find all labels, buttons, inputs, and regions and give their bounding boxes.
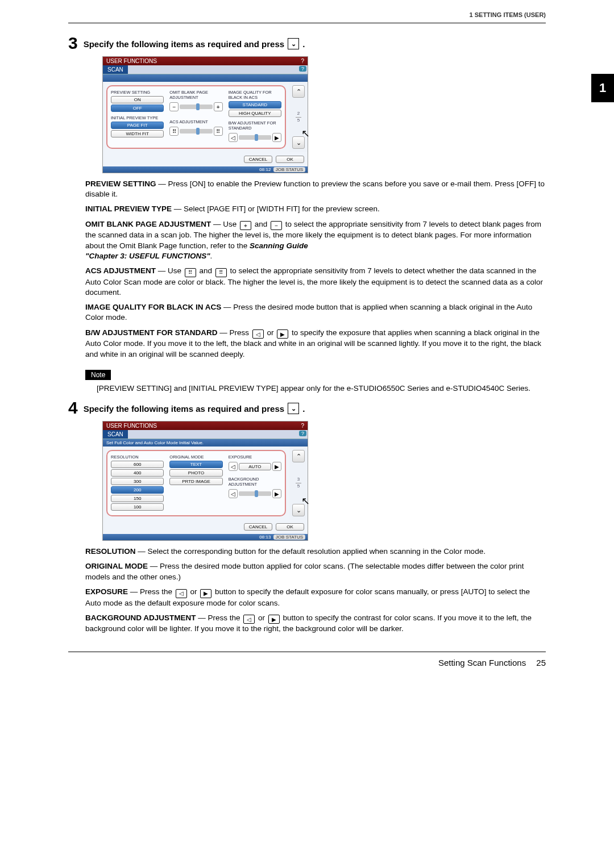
mid: and [197, 266, 214, 275]
jobstatus-button[interactable]: JOB STATUS [273, 535, 305, 540]
desc-background: BACKGROUND ADJUSTMENT — Press the ◁ or ▶… [85, 613, 546, 635]
help-icon[interactable]: ? [299, 431, 306, 436]
button-pagefit[interactable]: PAGE FIT [111, 122, 164, 129]
clock-time: 08:13 [259, 535, 271, 540]
ok-button[interactable]: OK [276, 156, 304, 163]
acs-high-icon[interactable]: ⠿ [214, 127, 223, 136]
button-100[interactable]: 100 [111, 503, 164, 511]
pre: — Press the [128, 587, 175, 596]
pre: — Press the [196, 614, 243, 622]
tab-scan[interactable]: SCAN [103, 430, 128, 439]
text: — Select the corresponding button for th… [136, 547, 486, 556]
step-number: 4 [68, 399, 78, 416]
tab-row: SCAN ? [103, 65, 308, 74]
page-indicator: 2 5 [296, 111, 301, 123]
button-400[interactable]: 400 [111, 469, 164, 477]
slider-bw[interactable] [239, 135, 271, 140]
button-prtdimage[interactable]: PRTD IMAGE [169, 478, 222, 485]
help-icon[interactable]: ? [299, 66, 306, 72]
slider-omit[interactable] [180, 105, 212, 109]
button-widthfit[interactable]: WIDTH FIT [111, 130, 164, 137]
tab-scan[interactable]: SCAN [103, 65, 128, 74]
label: B/W ADJUSTMENT FOR STANDARD [85, 328, 218, 337]
help-icon[interactable]: ? [301, 423, 304, 429]
screenshot-scan-2: USER FUNCTIONS ? SCAN ? Set Full Color a… [102, 421, 308, 541]
label: PREVIEW SETTING [85, 180, 156, 188]
button-300[interactable]: 300 [111, 478, 164, 485]
down-arrow-icon: ⌄ [288, 403, 299, 414]
step-title: Specify the following items as required … [84, 38, 305, 49]
minus-icon[interactable]: − [169, 102, 179, 111]
acs-low-icon[interactable]: ⠿ [169, 127, 179, 136]
text: — Press the desired mode button applied … [85, 562, 524, 581]
label: IMAGE QUALITY FOR BLACK IN ACS [85, 303, 221, 311]
left-arrow-icon: ◁ [176, 589, 187, 598]
left-arrow-icon[interactable]: ◁ [229, 489, 238, 498]
ss-subbar [103, 74, 308, 82]
button-200[interactable]: 200 [111, 486, 164, 494]
left-arrow-icon: ◁ [252, 329, 264, 339]
button-auto[interactable]: AUTO [239, 463, 271, 470]
cursor-icon: ↖ [301, 495, 310, 507]
button-600[interactable]: 600 [111, 461, 164, 468]
step-title-text: Specify the following items as required … [84, 39, 284, 49]
button-off[interactable]: OFF [111, 105, 164, 112]
slider-acs[interactable] [180, 129, 212, 133]
label: INITIAL PREVIEW TYPE [85, 205, 172, 213]
step-number: 3 [68, 35, 78, 52]
label-resolution: RESOLUTION [111, 454, 164, 460]
label-preview: PREVIEW SETTING [111, 90, 164, 95]
desc-acs: ACS ADJUSTMENT — Use ⠿ and ⠿ to select t… [85, 266, 546, 298]
button-highquality[interactable]: HIGH QUALITY [229, 110, 281, 117]
ss-title: USER FUNCTIONS [106, 423, 157, 429]
slider-background[interactable] [239, 491, 271, 496]
mid: and [252, 220, 269, 228]
page-total: 5 [296, 484, 301, 489]
desc-resolution: RESOLUTION — Select the corresponding bu… [85, 546, 546, 557]
pre: — Use [156, 266, 184, 275]
help-icon[interactable]: ? [301, 58, 304, 64]
rule-bottom [68, 652, 546, 652]
rule-top [68, 23, 546, 23]
step-3: 3 Specify the following items as require… [68, 35, 546, 52]
clock-time: 08:12 [259, 167, 271, 172]
page-cur: 3 [296, 477, 301, 482]
label-acs: ACS ADJUSTMENT [169, 119, 222, 124]
left-arrow-icon: ◁ [243, 615, 255, 624]
label: BACKGROUND ADJUSTMENT [85, 614, 196, 622]
left-arrow-icon[interactable]: ◁ [229, 462, 238, 471]
right-arrow-icon[interactable]: ▶ [272, 462, 281, 471]
step-title-text: Specify the following items as required … [84, 404, 284, 414]
desc-iq: IMAGE QUALITY FOR BLACK IN ACS — Press t… [85, 302, 546, 323]
mid: or [188, 587, 200, 596]
right-arrow-icon: ▶ [277, 329, 288, 339]
ss-subbar: Set Full Color and Auto Color Mode Initi… [103, 439, 308, 446]
plus-icon[interactable]: + [214, 102, 223, 111]
cancel-button[interactable]: CANCEL [244, 523, 272, 531]
button-on[interactable]: ON [111, 96, 164, 103]
mid: or [256, 614, 267, 622]
page-up-button[interactable]: ⌃ [292, 450, 305, 462]
cursor-icon: ↖ [301, 127, 310, 140]
label-bw: B/W ADJUSTMENT FOR STANDARD [229, 120, 281, 131]
cancel-button[interactable]: CANCEL [244, 156, 272, 163]
button-standard[interactable]: STANDARD [229, 101, 281, 108]
minus-icon: − [271, 221, 282, 230]
label-original-mode: ORIGINAL MODE [169, 454, 222, 460]
ref-guide: Scanning Guide [250, 241, 308, 250]
page-up-button[interactable]: ⌃ [292, 85, 305, 98]
page-total: 5 [296, 118, 301, 123]
left-arrow-icon[interactable]: ◁ [229, 133, 238, 142]
text: — Select [PAGE FIT] or [WIDTH FIT] for t… [172, 205, 380, 213]
ok-button[interactable]: OK [276, 523, 304, 531]
button-photo[interactable]: PHOTO [169, 469, 222, 477]
right-arrow-icon[interactable]: ▶ [272, 489, 281, 498]
button-text[interactable]: TEXT [169, 461, 222, 468]
right-arrow-icon[interactable]: ▶ [272, 133, 281, 142]
jobstatus-button[interactable]: JOB STATUS [273, 167, 305, 172]
label: ORIGINAL MODE [85, 562, 148, 570]
pre: — Press [218, 328, 251, 337]
ss-titlebar: USER FUNCTIONS ? [103, 57, 308, 65]
end: . [210, 252, 213, 260]
button-150[interactable]: 150 [111, 495, 164, 502]
